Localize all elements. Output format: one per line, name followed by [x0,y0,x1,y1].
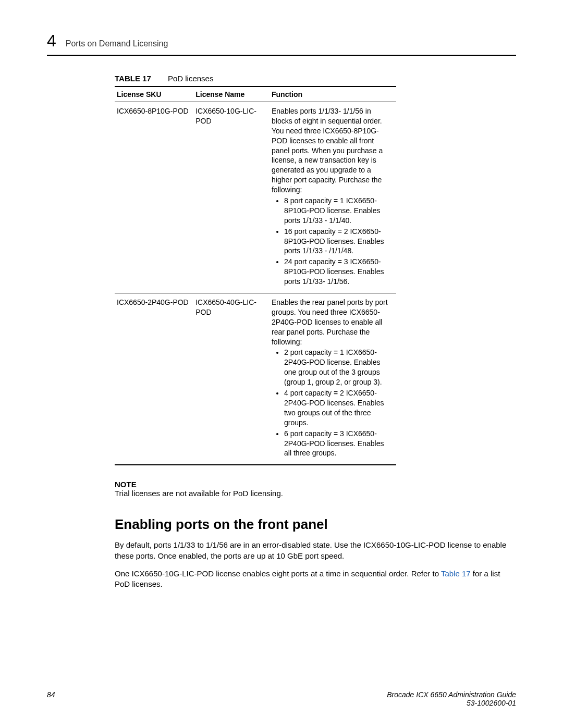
table-row: ICX6650-2P40G-POD ICX6650-40G-LIC-POD En… [115,293,396,465]
pod-licenses-table: License SKU License Name Function ICX665… [115,86,396,465]
page-header: 4 Ports on Demand Licensing [47,31,516,56]
body-paragraph: One ICX6650-10G-LIC-POD license enables … [115,569,516,590]
note-label: NOTE [115,480,516,489]
cell-sku: ICX6650-2P40G-POD [115,293,193,465]
func-bullets: 2 port capacity = 1 ICX6650-2P40G-POD li… [272,348,393,458]
chapter-number: 4 [47,31,56,51]
func-bullets: 8 port capacity = 1 ICX6650-8P10G-POD li… [272,196,393,287]
bullet-item: 2 port capacity = 1 ICX6650-2P40G-POD li… [284,348,393,387]
table-header-row: License SKU License Name Function [115,87,396,102]
col-license-name: License Name [193,87,270,102]
func-intro: Enables the rear panel ports by port gro… [272,298,388,346]
func-intro: Enables ports 1/1/33- 1/1/56 in blocks o… [272,107,383,194]
note-text: Trial licenses are not available for PoD… [115,489,516,498]
bullet-item: 24 port capacity = 3 ICX6650-8P10G-POD l… [284,257,393,287]
cell-function: Enables the rear panel ports by port gro… [270,293,396,465]
page-footer: 84 Brocade ICX 6650 Administration Guide… [47,690,516,707]
cross-reference-link[interactable]: Table 17 [441,569,471,578]
bullet-item: 8 port capacity = 1 ICX6650-8P10G-POD li… [284,196,393,226]
document-page: 4 Ports on Demand Licensing TABLE 17 PoD… [0,0,563,728]
doc-id: 53-1002600-01 [387,699,516,707]
body-paragraph: By default, ports 1/1/33 to 1/1/56 are i… [115,540,516,561]
chapter-title: Ports on Demand Licensing [66,39,168,48]
col-license-sku: License SKU [115,87,193,102]
table-block: TABLE 17 PoD licenses License SKU Licens… [115,74,396,465]
table-number: TABLE 17 [115,74,151,83]
table-row: ICX6650-8P10G-POD ICX6650-10G-LIC-POD En… [115,102,396,293]
col-function: Function [270,87,396,102]
cell-name: ICX6650-10G-LIC-POD [193,102,270,293]
cell-function: Enables ports 1/1/33- 1/1/56 in blocks o… [270,102,396,293]
footer-right: Brocade ICX 6650 Administration Guide 53… [387,690,516,707]
table-caption: TABLE 17 PoD licenses [115,74,396,86]
doc-title: Brocade ICX 6650 Administration Guide [387,690,516,699]
page-number: 84 [47,690,55,707]
bullet-item: 4 port capacity = 2 ICX6650-2P40G-POD li… [284,388,393,428]
bullet-item: 6 port capacity = 3 ICX6650-2P40G-POD li… [284,429,393,459]
note-block: NOTE Trial licenses are not available fo… [115,480,516,498]
bullet-item: 16 port capacity = 2 ICX6650-8P10G-POD l… [284,227,393,256]
cell-name: ICX6650-40G-LIC-POD [193,293,270,465]
cell-sku: ICX6650-8P10G-POD [115,102,193,293]
section-heading: Enabling ports on the front panel [115,516,516,533]
table-title: PoD licenses [168,74,214,83]
para-text-pre: One ICX6650-10G-LIC-POD license enables … [115,569,441,578]
